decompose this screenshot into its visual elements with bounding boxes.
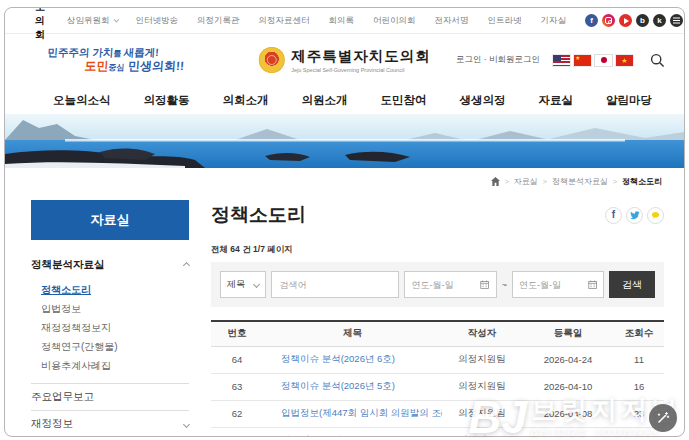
post-link[interactable]: 정책이슈 분석(2026년 4호) [281,434,395,437]
utility-bar: 도의회 상임위원회 인터넷방송 의정기록관 의정자료센터 회의록 어린이의회 전… [5,8,684,34]
utility-link-records[interactable]: 의정기록관 [197,15,240,27]
breadcrumb-policy-archive[interactable]: 정책분석자료실 [552,176,608,187]
sidebar-item-legislation-info[interactable]: 입법정보 [41,299,189,318]
cell-date: 2026-04-10 [522,373,614,400]
post-link[interactable]: 정책이슈 분석(2026년 6호) [281,353,395,364]
cell-title: 정책이슈 분석(2026년 6호) [263,346,442,373]
share-twitter-icon[interactable] [626,207,643,224]
guest-login-link[interactable]: 비회원로그인 [489,54,540,64]
flag-japan-icon[interactable] [595,55,612,66]
facebook-icon[interactable]: f [585,14,598,27]
sidebar-title[interactable]: 자료실 [31,200,189,240]
flag-china-icon[interactable] [574,55,591,66]
utility-link-intranet[interactable]: 인트라넷 [488,15,522,27]
flag-usa-icon[interactable] [553,55,570,66]
home-icon[interactable] [491,177,500,186]
search-keyword-input[interactable] [271,271,399,298]
cell-date: 2026-04-24 [522,346,614,373]
cell-number: 61 [211,427,263,437]
sidebar-item-fiscal-info[interactable]: 재정정보 [31,410,189,437]
newsletter-icon[interactable] [670,14,683,27]
cell-views: 16 [614,373,664,400]
sidebar-item-cost-estimates[interactable]: 비용추계사례집 [41,356,189,375]
nav-activities[interactable]: 의정활동 [144,93,190,108]
cell-number: 63 [211,373,263,400]
sea-landscape-image [5,114,684,168]
nav-members[interactable]: 의원소개 [302,93,348,108]
nav-live[interactable]: 생생의정 [460,93,506,108]
sidebar-group-policy-analysis[interactable]: 정책분석자료실 [31,252,189,278]
login-link[interactable]: 로그인 [456,54,482,64]
breadcrumb-library[interactable]: 자료실 [514,176,538,187]
nav-notices[interactable]: 알림마당 [606,93,652,108]
col-date: 등록일 [522,321,614,346]
calendar-icon[interactable] [588,279,597,290]
instagram-glyph [605,17,612,24]
calendar-icon[interactable] [480,279,489,290]
search-icon[interactable] [648,51,666,69]
browser-frame: 도의회 상임위원회 인터넷방송 의정기록관 의정자료센터 회의록 어린이의회 전… [4,7,685,437]
search-category-select[interactable]: 제목 [220,271,266,298]
sidebar-item-fiscal-policy[interactable]: 재정정책정보지 [41,318,189,337]
magic-wand-button[interactable] [649,404,677,432]
sidebar: 자료실 정책분석자료실 정책소도리 입법정보 재정정책정보지 정책연구(간행물)… [31,200,189,437]
date-from-field[interactable] [404,271,496,298]
slogan: 민주주의 가치를 새롭게! 도민중심 민생의회!! [46,46,185,74]
flag-vietnam-icon[interactable] [616,55,633,66]
cell-date: 2026-04-08 [522,400,614,427]
cell-title: 입법정보(제447회 임시회 의원발의 조례) [263,400,442,427]
chevron-down-icon [183,420,190,427]
col-views: 조회수 [614,321,664,346]
cell-title: 정책이슈 분석(2026년 4호) [263,427,442,437]
cell-author: 의정지원팀 [442,346,522,373]
share-kakao-icon[interactable] [647,207,664,224]
breadcrumb-separator: > [613,178,617,185]
table-row: 61 정책이슈 분석(2026년 4호) 의정지원팀 2026-03-30 49 [211,427,664,437]
result-count: 전체 64 건 1/7 페이지 [211,244,664,256]
blog-icon[interactable]: b [636,14,649,27]
utility-link-press[interactable]: 기자실 [541,15,567,27]
nav-participation[interactable]: 도민참여 [381,93,427,108]
cell-author: 의정지원팀 [442,400,522,427]
date-to-input[interactable] [519,280,585,290]
utility-link-datacenter[interactable]: 의정자료센터 [259,15,310,27]
utility-link-committees[interactable]: 상임위원회 [67,15,117,27]
site-logo[interactable]: 제주특별자치도의회 Jeju Special Self-Governing Pr… [258,47,431,73]
chevron-down-icon [253,281,260,288]
content: 자료실 정책분석자료실 정책소도리 입법정보 재정정책정보지 정책연구(간행물)… [5,194,684,437]
nav-todays-news[interactable]: 오늘의소식 [53,93,111,108]
utility-link-children[interactable]: 어린이의회 [373,15,416,27]
instagram-icon[interactable] [602,14,615,27]
site-title: 제주특별자치도의회 [291,47,431,66]
utility-link-minutes[interactable]: 회의록 [329,15,355,27]
sidebar-item-policy-sodori[interactable]: 정책소도리 [41,280,189,299]
date-to-field[interactable] [512,271,604,298]
main-panel: 정책소도리 f 전체 64 건 1/7 페이지 제목 [211,200,664,437]
cell-date: 2026-03-30 [522,427,614,437]
chevron-down-icon [113,16,119,22]
post-link[interactable]: 정책이슈 분석(2026년 5호) [281,380,395,391]
breadcrumb-current: 정책소도리 [622,176,662,187]
sidebar-item-policy-research[interactable]: 정책연구(간행물) [41,337,189,356]
date-range-separator: ~ [502,280,507,290]
nav-about-council[interactable]: 의회소개 [223,93,269,108]
cell-views: 11 [614,346,664,373]
utility-link-esign[interactable]: 전자서명 [435,15,469,27]
site-subtitle: Jeju Special Self-Governing Provincial C… [291,67,431,73]
youtube-icon[interactable] [619,14,632,27]
sidebar-item-work-reports[interactable]: 주요업무보고 [31,383,189,410]
council-emblem-icon [258,47,284,73]
breadcrumb-separator: > [543,178,547,185]
share-facebook-icon[interactable]: f [605,207,622,224]
col-number: 번호 [211,321,263,346]
date-from-input[interactable] [411,280,477,290]
post-link[interactable]: 입법정보(제447회 임시회 의원발의 조례) [281,407,442,418]
utility-link-broadcast[interactable]: 인터넷방송 [136,15,179,27]
nav-library[interactable]: 자료실 [539,93,574,108]
kakao-channel-icon[interactable]: k [653,14,666,27]
search-submit-button[interactable]: 검색 [609,271,655,298]
page: 도의회 상임위원회 인터넷방송 의정기록관 의정자료센터 회의록 어린이의회 전… [0,0,689,440]
main-nav: 오늘의소식 의정활동 의회소개 의원소개 도민참여 생생의정 자료실 알림마당 [5,86,684,114]
sidebar-submenu: 정책소도리 입법정보 재정정책정보지 정책연구(간행물) 비용추계사례집 [31,278,189,383]
language-flags [553,55,633,66]
